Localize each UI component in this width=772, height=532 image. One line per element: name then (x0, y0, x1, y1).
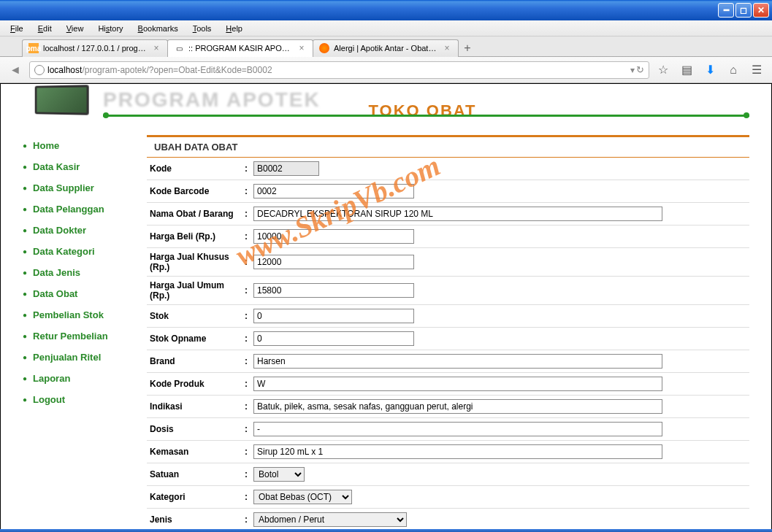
window-minimize-button[interactable]: ━ (718, 3, 734, 18)
back-button[interactable]: ◄ (6, 61, 25, 80)
label-jenis: Jenis (147, 509, 242, 530)
reload-icon[interactable]: ↻ (636, 64, 644, 75)
window-close-button[interactable]: ✕ (753, 3, 769, 18)
sidebar-item-retur[interactable]: Retur Pembelian (33, 331, 108, 342)
dropdown-icon[interactable]: ▾ (630, 65, 635, 75)
browser-tab-bar: pma localhost / 127.0.0.1 / progra... × … (0, 36, 772, 57)
tab-label: localhost / 127.0.0.1 / progra... (43, 44, 147, 53)
sidebar-item-logout[interactable]: Logout (33, 394, 65, 405)
sidebar-item-pelanggan[interactable]: Data Pelanggan (33, 204, 104, 215)
label-brand: Brand (147, 350, 242, 373)
input-kode-produk[interactable] (253, 377, 662, 391)
sidebar-item-laporan[interactable]: Laporan (33, 373, 70, 384)
label-beli: Harga Beli (Rp.) (147, 225, 242, 248)
url-input[interactable]: localhost/program-apotek/?open=Obat-Edit… (29, 61, 649, 79)
main-content: UBAH DATA OBAT Kode : Kode Barcode : Nam… (147, 135, 749, 529)
tab-phpmyadmin[interactable]: pma localhost / 127.0.0.1 / progra... × (22, 39, 168, 57)
label-satuan: Satuan (147, 463, 242, 486)
label-nama: Nama Obat / Barang (147, 203, 242, 225)
input-barcode[interactable] (253, 184, 414, 198)
label-barcode: Kode Barcode (147, 180, 242, 203)
input-stok[interactable] (253, 309, 414, 323)
firefox-icon (319, 43, 329, 53)
menu-hamburger-icon[interactable]: ☰ (747, 61, 766, 80)
label-stok: Stok (147, 305, 242, 328)
label-kemasan: Kemasan (147, 441, 242, 463)
input-nama[interactable] (253, 207, 662, 221)
form-table: Kode : Kode Barcode : Nama Obat / Barang… (147, 158, 749, 529)
url-toolbar: ◄ localhost/program-apotek/?open=Obat-Ed… (0, 57, 772, 83)
label-kategori: Kategori (147, 486, 242, 509)
input-harga-khusus[interactable] (253, 255, 414, 269)
sidebar-item-kasir[interactable]: Data Kasir (33, 161, 80, 172)
tab-program-kasir[interactable]: ▭ :: PROGRAM KASIR APOTEK - 3 L... × (167, 39, 313, 57)
tab-close-icon[interactable]: × (442, 43, 452, 53)
new-tab-button[interactable]: + (458, 40, 477, 56)
label-dosis: Dosis (147, 418, 242, 441)
label-produk: Kode Produk (147, 373, 242, 396)
taskbar-strip (0, 529, 772, 532)
menu-edit[interactable]: Edit (32, 23, 58, 34)
tab-close-icon[interactable]: × (151, 43, 161, 53)
input-kemasan[interactable] (253, 444, 662, 459)
tab-label: :: PROGRAM KASIR APOTEK - 3 L... (188, 44, 292, 53)
menu-history[interactable]: History (92, 23, 129, 34)
select-jenis[interactable]: Abdomen / Perut (253, 512, 407, 527)
tab-close-icon[interactable]: × (297, 43, 307, 53)
globe-icon (34, 65, 45, 75)
browser-menu-bar: File Edit View History Bookmarks Tools H… (0, 20, 772, 36)
sidebar-item-supplier[interactable]: Data Supplier (33, 182, 94, 193)
label-khusus: Harga Jual Khusus (Rp.) (147, 248, 242, 277)
monitor-icon (23, 85, 96, 122)
label-opname: Stok Opname (147, 328, 242, 350)
select-kategori[interactable]: Obat Bebas (OCT) (253, 490, 352, 504)
header-title: PROGRAM APOTEK (103, 88, 749, 112)
label-indikasi: Indikasi (147, 396, 242, 418)
input-dosis[interactable] (253, 422, 662, 436)
phpmyadmin-icon: pma (28, 43, 39, 53)
sidebar-item-dokter[interactable]: Data Dokter (33, 225, 86, 236)
url-text: localhost/program-apotek/?open=Obat-Edit… (47, 65, 627, 75)
select-satuan[interactable]: Botol (253, 467, 305, 482)
input-kode[interactable] (253, 161, 319, 176)
reader-icon[interactable]: ▤ (677, 61, 696, 80)
sidebar-item-home[interactable]: Home (33, 140, 59, 151)
menu-file[interactable]: File (4, 23, 29, 34)
input-stok-opname[interactable] (253, 331, 414, 346)
content-title: UBAH DATA OBAT (147, 135, 749, 158)
input-brand[interactable] (253, 354, 662, 369)
menu-tools[interactable]: Tools (187, 23, 218, 34)
sidebar-item-jenis[interactable]: Data Jenis (33, 267, 80, 278)
input-harga-umum[interactable] (253, 283, 414, 298)
home-icon[interactable]: ⌂ (724, 61, 743, 80)
bookmark-star-icon[interactable]: ☆ (654, 61, 673, 80)
label-umum: Harga Jual Umum (Rp.) (147, 277, 242, 305)
sidebar-item-kategori[interactable]: Data Kategori (33, 246, 95, 257)
input-indikasi[interactable] (253, 399, 662, 414)
menu-help[interactable]: Help (220, 23, 248, 34)
header-divider (103, 115, 749, 117)
blank-page-icon: ▭ (174, 43, 184, 53)
sidebar-nav: Home Data Kasir Data Supplier Data Pelan… (23, 135, 132, 529)
sidebar-item-obat[interactable]: Data Obat (33, 288, 77, 299)
tab-alergi[interactable]: Alergi | Apotik Antar - Obat O... × (313, 39, 459, 57)
window-maximize-button[interactable]: ◻ (735, 3, 752, 18)
menu-view[interactable]: View (61, 23, 90, 34)
page-content: PROGRAM APOTEK TOKO OBAT www.SkripVb.com… (0, 83, 772, 529)
label-kode: Kode (147, 158, 242, 180)
tab-label: Alergi | Apotik Antar - Obat O... (334, 44, 437, 53)
sidebar-item-penjualan[interactable]: Penjualan Ritel (33, 352, 101, 363)
window-title-bar: ━ ◻ ✕ (0, 0, 772, 20)
input-harga-beli[interactable] (253, 229, 414, 244)
download-icon[interactable]: ⬇ (700, 61, 719, 80)
sidebar-item-pembelian[interactable]: Pembelian Stok (33, 309, 104, 320)
menu-bookmarks[interactable]: Bookmarks (132, 23, 184, 34)
